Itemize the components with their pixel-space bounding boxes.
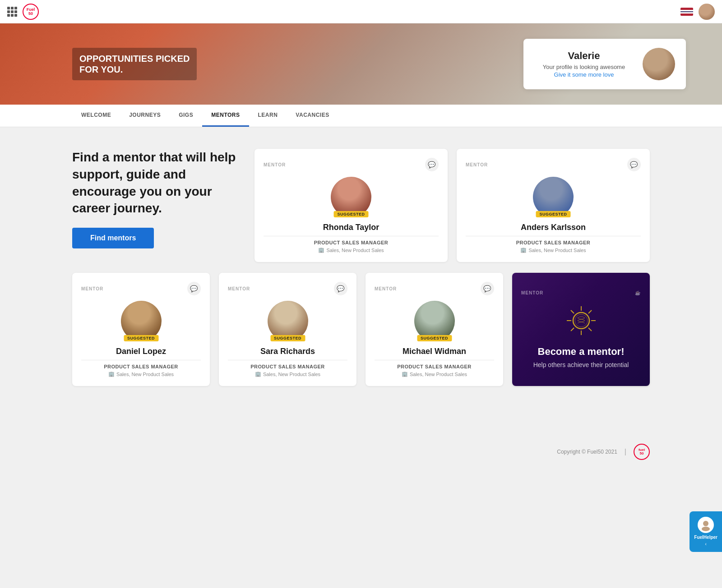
language-flag-icon[interactable]: [680, 8, 693, 16]
mentor-role-daniel: PRODUCT SALES MANAGER: [81, 364, 201, 369]
top-mentor-cards: MENTOR 💬 SUGGESTED Rhonda Taylor PRODUCT…: [255, 149, 650, 262]
top-content-row: Find a mentor that will help support, gu…: [72, 149, 650, 262]
svg-line-5: [571, 310, 574, 313]
svg-point-9: [575, 314, 588, 327]
chat-icon-anders[interactable]: 💬: [627, 158, 641, 171]
svg-line-6: [588, 328, 592, 331]
nav-item-welcome[interactable]: WELCOME: [72, 105, 120, 127]
suggested-badge-sara: SUGGESTED: [270, 335, 305, 341]
coffee-icon: ☕: [635, 290, 641, 295]
mentor-tags-daniel: 🏢 Sales, New Product Sales: [81, 371, 201, 377]
mentor-card-sara: MENTOR 💬 SUGGESTED Sara Richards PRODUCT…: [219, 273, 356, 386]
app-header: Fuel 50: [0, 0, 722, 23]
nav-item-vacancies[interactable]: VACANCIES: [287, 105, 338, 127]
mentor-avatar-wrap-anders: SUGGESTED: [466, 177, 641, 217]
fuel-helper-arrow-icon: ‹: [705, 542, 706, 547]
svg-point-11: [702, 527, 710, 531]
become-mentor-title: Become a mentor!: [538, 346, 625, 358]
mentor-tags-rhonda: 🏢 Sales, New Product Sales: [264, 247, 439, 253]
footer-logo: fuel 50: [634, 444, 650, 460]
hero-title-line1: OPPORTUNITIES PICKED: [79, 53, 190, 64]
mentor-label-0: MENTOR 💬: [264, 158, 439, 171]
chat-icon-daniel[interactable]: 💬: [187, 282, 201, 295]
chat-icon-rhonda[interactable]: 💬: [425, 158, 439, 171]
chat-icon-michael[interactable]: 💬: [481, 282, 494, 295]
hero-title-line2: FOR YOU.: [79, 64, 190, 75]
profile-card-text: Valerie Your profile is looking awesome …: [534, 50, 634, 78]
mentor-avatar-wrap-sara: SUGGESTED: [228, 301, 347, 341]
building-icon-anders: 🏢: [520, 247, 527, 253]
building-icon-daniel: 🏢: [108, 371, 115, 377]
become-mentor-sub: Help others achieve their potential: [533, 361, 629, 368]
mentor-name-anders: Anders Karlsson: [466, 223, 641, 232]
user-avatar-header[interactable]: [699, 4, 715, 20]
building-icon-sara: 🏢: [255, 371, 261, 377]
mentor-role-michael: PRODUCT SALES MANAGER: [375, 364, 494, 369]
become-mentor-card[interactable]: MENTOR ☕: [512, 273, 650, 386]
main-nav: WELCOME JOURNEYS GIGS MENTORS LEARN VACA…: [0, 105, 722, 127]
mentor-card-rhonda: MENTOR 💬 SUGGESTED Rhonda Taylor PRODUCT…: [255, 149, 448, 262]
main-content: Find a mentor that will help support, gu…: [0, 127, 722, 408]
mentor-avatar-wrap-daniel: SUGGESTED: [81, 301, 201, 341]
app-logo[interactable]: Fuel 50: [23, 4, 39, 20]
footer-divider: |: [625, 448, 626, 456]
footer-copyright: Copyright © Fuel50 2021: [557, 449, 617, 455]
bottom-mentor-cards: MENTOR 💬 SUGGESTED Daniel Lopez PRODUCT …: [72, 273, 650, 386]
hero-text-overlay: OPPORTUNITIES PICKED FOR YOU.: [72, 48, 197, 80]
mentor-name-sara: Sara Richards: [228, 347, 347, 356]
mentor-role-anders: PRODUCT SALES MANAGER: [466, 240, 641, 245]
profile-link[interactable]: Give it some more love: [534, 71, 634, 78]
profile-avatar: [643, 48, 675, 80]
mentor-label-3: MENTOR 💬: [228, 282, 347, 295]
profile-name: Valerie: [534, 50, 634, 62]
profile-subtitle: Your profile is looking awesome: [534, 64, 634, 70]
mentor-label-1: MENTOR 💬: [466, 158, 641, 171]
main-headline: Find a mentor that will help support, gu…: [72, 149, 244, 217]
mentor-tags-anders: 🏢 Sales, New Product Sales: [466, 247, 641, 253]
sun-decorative-icon: [565, 304, 597, 339]
mentor-card-michael: MENTOR 💬 SUGGESTED Michael Widman PRODUC…: [366, 273, 503, 386]
fuel-helper-widget[interactable]: FuelHelper ‹: [690, 511, 722, 552]
chat-icon-sara[interactable]: 💬: [334, 282, 347, 295]
header-right: [680, 4, 715, 20]
profile-card: Valerie Your profile is looking awesome …: [523, 39, 686, 89]
mentor-label-4: MENTOR 💬: [375, 282, 494, 295]
fuel-helper-label: FuelHelper: [694, 535, 717, 540]
mentor-card-anders: MENTOR 💬 SUGGESTED Anders Karlsson PRODU…: [457, 149, 650, 262]
footer-logo-text: fuel 50: [639, 448, 645, 455]
mentor-name-daniel: Daniel Lopez: [81, 347, 201, 356]
find-mentors-button[interactable]: Find mentors: [72, 228, 154, 248]
nav-item-gigs[interactable]: GIGS: [170, 105, 202, 127]
fuel-helper-avatar: [698, 517, 714, 533]
building-icon-michael: 🏢: [402, 371, 408, 377]
mentor-avatar-wrap-michael: SUGGESTED: [375, 301, 494, 341]
mentor-role-sara: PRODUCT SALES MANAGER: [228, 364, 347, 369]
nav-item-journeys[interactable]: JOURNEYS: [120, 105, 170, 127]
building-icon-rhonda: 🏢: [318, 247, 324, 253]
footer-inner: Copyright © Fuel50 2021 | fuel 50: [72, 444, 650, 460]
logo-text: Fuel 50: [27, 8, 35, 16]
grid-menu-icon[interactable]: [7, 7, 17, 17]
mentor-tags-sara: 🏢 Sales, New Product Sales: [228, 371, 347, 377]
svg-line-7: [588, 310, 592, 313]
mentor-role-rhonda: PRODUCT SALES MANAGER: [264, 240, 439, 245]
hero-banner: OPPORTUNITIES PICKED FOR YOU. Valerie Yo…: [0, 23, 722, 105]
page-footer: Copyright © Fuel50 2021 | fuel 50: [0, 426, 722, 478]
suggested-badge-anders: SUGGESTED: [536, 211, 570, 217]
header-left: Fuel 50: [7, 4, 39, 20]
mentor-card-daniel: MENTOR 💬 SUGGESTED Daniel Lopez PRODUCT …: [72, 273, 210, 386]
svg-line-8: [571, 328, 574, 331]
nav-item-learn[interactable]: LEARN: [249, 105, 287, 127]
svg-point-0: [573, 312, 589, 329]
suggested-badge-rhonda: SUGGESTED: [333, 211, 368, 217]
left-intro-panel: Find a mentor that will help support, gu…: [72, 149, 244, 248]
mentor-tags-michael: 🏢 Sales, New Product Sales: [375, 371, 494, 377]
mentor-label-2: MENTOR 💬: [81, 282, 201, 295]
mentor-name-rhonda: Rhonda Taylor: [264, 223, 439, 232]
mentor-name-michael: Michael Widman: [375, 347, 494, 356]
suggested-badge-daniel: SUGGESTED: [124, 335, 158, 341]
svg-point-10: [703, 521, 708, 526]
become-mentor-label: MENTOR ☕: [521, 290, 641, 295]
nav-item-mentors[interactable]: MENTORS: [202, 105, 249, 127]
mentor-avatar-wrap-rhonda: SUGGESTED: [264, 177, 439, 217]
